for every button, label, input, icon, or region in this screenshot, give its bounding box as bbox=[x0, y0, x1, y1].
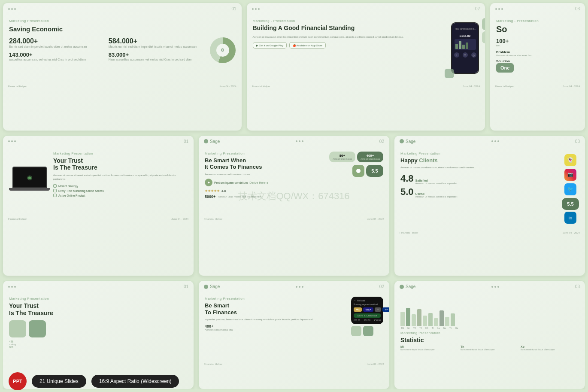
social-icons: 👻 📷 🐦 bbox=[564, 154, 576, 195]
app-buttons: ▶ Get it on Google Play 🍎 Available on A… bbox=[253, 42, 447, 49]
smart-reload-title: Be SmartTo Finances bbox=[205, 302, 348, 316]
stat-4: 83.000+ bbox=[109, 52, 206, 58]
footer-right: June 04 · 2024 bbox=[219, 85, 236, 88]
checklist: Market Strategy Every Time Marketing Onl… bbox=[53, 184, 188, 197]
phone-mockup: Total card balance d... £144.80 ⌂ bbox=[451, 22, 479, 74]
ppt-badge: PPT bbox=[9, 372, 27, 390]
card-number-9: 03 bbox=[575, 284, 580, 289]
happy-title: Happy Clients bbox=[400, 157, 558, 164]
card-number-8: 02 bbox=[379, 284, 384, 289]
problem-label: Problem bbox=[496, 50, 579, 54]
sage-logo: Sage bbox=[204, 139, 220, 144]
pie-center-icon: ⚙ bbox=[221, 48, 224, 52]
card-be-smart: Sage 02 Marketing Presentation Be Smart … bbox=[198, 135, 390, 277]
footer-left-3: Financial Helper bbox=[495, 85, 514, 88]
aspect-ratio-pill: 16:9 Aspect Ratio (Widescreen) bbox=[91, 375, 179, 388]
slide-title: Saving Economic bbox=[9, 24, 236, 34]
slide-body-2: Aenean ut massa sit amet leo imperdiet p… bbox=[253, 35, 447, 39]
card-number: 01 bbox=[231, 6, 236, 11]
stat-3: 143.000+ bbox=[9, 52, 106, 58]
problem-solution-section: Problem Aenean ut massa site amet leo So… bbox=[496, 50, 579, 73]
smart-title: Be Smart WhenIt Comes To Finances bbox=[205, 157, 326, 170]
pie-chart: ⚙ bbox=[210, 37, 236, 63]
card-building-financial: 02 Marketing - Presentation Building A G… bbox=[246, 3, 486, 131]
footer-left: Financial Helper bbox=[8, 85, 27, 88]
slide-title-2: Building A Good Financial Standing bbox=[253, 24, 447, 32]
app-store-btn[interactable]: 🍎 Available on App Store bbox=[289, 42, 326, 49]
footer-right-3: June 04 · 2024 bbox=[563, 85, 580, 88]
dots-menu-5[interactable] bbox=[296, 140, 303, 142]
dots-menu-4[interactable] bbox=[8, 140, 16, 142]
card-number-4: 01 bbox=[184, 139, 188, 144]
card-saving-economic: 01 Marketing Presentation Saving Economi… bbox=[3, 3, 242, 131]
bottom-bar: PPT 21 Unique Slides 16:9 Aspect Ratio (… bbox=[0, 371, 588, 392]
dots-menu-8[interactable] bbox=[296, 286, 303, 288]
statistic-legend: Mi Nuncenario turpis locus ullamcorper T… bbox=[400, 345, 579, 351]
card-solution: 03 Marketing - Presentation So 100+ inv.… bbox=[490, 3, 585, 131]
snapchat-icon: 👻 bbox=[564, 154, 576, 166]
card-your-trust: 01 ◉ Marketing Presentation Your TrustIs… bbox=[3, 135, 194, 277]
dots-menu-6[interactable] bbox=[491, 140, 499, 142]
footer-right-2: June 04 · 2024 bbox=[463, 85, 480, 88]
card-number-7: 01 bbox=[184, 284, 188, 289]
stat-box-1: 80+ Aenean ullas massa bbox=[329, 152, 355, 162]
sage-logo-4: Sage bbox=[400, 284, 415, 289]
laptop-mockup: ◉ bbox=[9, 167, 50, 194]
reload-phone: ← Reload Primary payment method MC VISA … bbox=[351, 297, 383, 324]
bar-labels: RE Mi YH TJ XO TI La Ns Th Ga bbox=[400, 327, 579, 329]
rating-2: 5.0 bbox=[400, 186, 414, 198]
google-play-btn[interactable]: ▶ Get it on Google Play bbox=[253, 42, 287, 49]
bar-chart bbox=[400, 300, 579, 326]
problem-text: Aenean ut massa site amet leo bbox=[496, 54, 579, 57]
dots-menu-2[interactable] bbox=[252, 8, 260, 10]
dots-menu-9[interactable] bbox=[491, 286, 499, 288]
slide-title-3: So bbox=[496, 24, 579, 34]
card-number-5: 02 bbox=[379, 139, 384, 144]
dots-menu-3[interactable] bbox=[495, 8, 503, 10]
slide-subtitle-2: Marketing - Presentation bbox=[253, 19, 447, 23]
rating-1: 4.8 bbox=[400, 173, 414, 184]
card-number-3: 03 bbox=[575, 6, 580, 11]
dots-menu-7[interactable] bbox=[8, 286, 16, 288]
dots-menu[interactable] bbox=[8, 8, 16, 10]
slide-subtitle: Marketing Presentation bbox=[9, 19, 236, 23]
solution-value: One bbox=[496, 63, 514, 73]
stat-box-2: 400+ Aenean ullas massa bbox=[357, 152, 383, 162]
stat-2: 584.000+ bbox=[109, 37, 206, 45]
card-number-2: 02 bbox=[475, 6, 480, 11]
card-happy-clients: Sage 03 Marketing Presentation Happy Cli… bbox=[394, 135, 585, 277]
sage-logo-3: Sage bbox=[204, 284, 220, 289]
instagram-icon: 📷 bbox=[564, 169, 576, 181]
footer-left-2: Financial Helper bbox=[252, 85, 270, 88]
card-number-6: 03 bbox=[575, 139, 580, 144]
statistic-title: Statistic bbox=[400, 337, 579, 343]
row3-title-left: Your TrustIs The Treasure bbox=[9, 302, 188, 317]
twitter-icon: 🐦 bbox=[564, 183, 576, 195]
trust-title: Your TrustIs The Treasure bbox=[53, 157, 188, 172]
solution-label: Solution bbox=[496, 59, 579, 63]
stat-1: 284.000+ bbox=[9, 37, 106, 45]
slides-count-pill: 21 Unique Slides bbox=[32, 375, 86, 388]
sage-logo-2: Sage bbox=[400, 139, 415, 144]
linkedin-icon: in bbox=[564, 212, 576, 224]
